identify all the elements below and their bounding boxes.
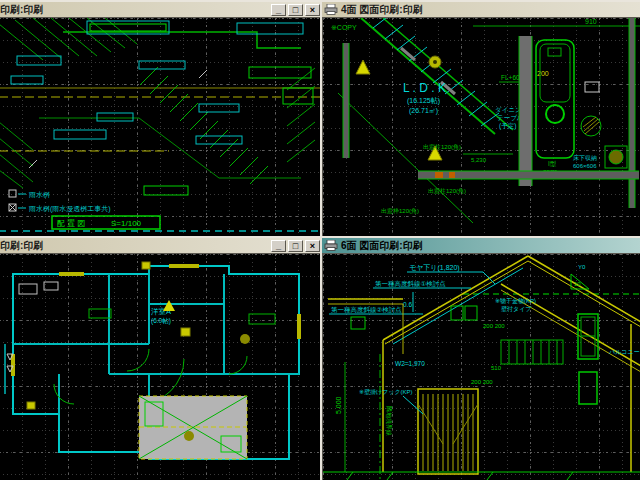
room-size: (6.0帖) (151, 317, 171, 325)
hook-note: ※壁掛けフック(KP) (359, 388, 413, 396)
site-plan-drawing: 雨水桝 雨水桝(雨水浸透桝工事共) 配 置 図 S=1/100 (0, 18, 322, 238)
monohoshi-note-2: 壁付タイプ (501, 305, 532, 313)
window-title: 印刷:印刷 (0, 239, 268, 253)
post-marker (435, 172, 443, 178)
dim-200-200: 200 200 (483, 323, 505, 329)
moya-note: モヤ下り(1,820) (409, 264, 460, 272)
drawing-canvas-siteplan[interactable]: 雨水桝 雨水桝(雨水浸透桝工事共) 配 置 図 S=1/100 (0, 17, 322, 238)
kitchen-wall (519, 36, 532, 186)
boundary-label: 隣地境界線 (385, 406, 393, 436)
bay-post-note: 出窓柱120(角) (423, 143, 461, 150)
dining-3: (予定) (499, 122, 516, 130)
dim-910: 910 (585, 18, 597, 25)
printer-icon (324, 240, 338, 251)
window-print-plan4[interactable]: 4面 図面印刷:印刷 ※COPY 910 (320, 0, 640, 240)
minimize-button[interactable]: _ (271, 4, 286, 16)
post-marker (449, 172, 455, 178)
svg-text:Y0: Y0 (578, 264, 586, 270)
balcony-note: バルコニー (608, 349, 640, 355)
close-button[interactable]: × (305, 240, 320, 252)
window-print-elevation6[interactable]: 6面 図面印刷:印刷 (320, 236, 640, 480)
wall-left (343, 43, 349, 158)
drawing-scale: S=1/100 (111, 219, 142, 228)
balcony (139, 396, 247, 459)
titlebar[interactable]: 4面 図面印刷:印刷 (322, 2, 640, 17)
minimize-button[interactable]: _ (271, 240, 286, 252)
dim-5230: 5,230 (471, 157, 487, 163)
shasen-note-2: 第一種高度斜線②検討点 (331, 306, 402, 314)
plan2f-drawing: 洋室A (6.0帖) (0, 254, 322, 480)
drawing-canvas-plan4[interactable]: ※COPY 910 (322, 17, 640, 238)
room-tatami: (16.125帖) (407, 97, 440, 105)
room-label: L . D . K (403, 81, 446, 95)
maximize-button[interactable]: □ (288, 4, 303, 16)
drawing-canvas-plan2f[interactable]: 洋室A (6.0帖) (0, 253, 322, 480)
monohoshi-note-1: ※物干金物(KP) (495, 297, 536, 305)
fixture-circle (609, 150, 623, 164)
window-print-siteplan[interactable]: 印刷:印刷 _ □ × (0, 0, 324, 240)
titlebar[interactable]: 6面 図面印刷:印刷 (322, 238, 640, 253)
close-button[interactable]: × (305, 4, 320, 16)
window-title: 6面 図面印刷:印刷 (341, 239, 640, 253)
legend-item-1: 雨水桝 (29, 191, 50, 198)
svg-text:10: 10 (574, 281, 581, 287)
storage-label: 床下収納 (573, 154, 597, 161)
w2-dim: W2=1,970 (395, 360, 425, 367)
titlebar[interactable]: 印刷:印刷 _ □ × (0, 238, 322, 253)
copy-note: ※COPY (331, 24, 357, 31)
drawing-title: 配 置 図 (57, 219, 85, 228)
dim-5000: 5,000 (335, 396, 342, 414)
printer-icon (324, 4, 338, 15)
window-title: 印刷:印刷 (0, 3, 268, 17)
mdi-desktop: 印刷:印刷 _ □ × (0, 0, 640, 480)
kitchen-type: I型 (548, 160, 557, 167)
maximize-button[interactable]: □ (288, 240, 303, 252)
dim-200-200: 200 200 (471, 379, 493, 385)
drawing-canvas-elevation6[interactable]: モヤ下り(1,820) 第一種高度斜線①検討点 第一種高度斜線②検討点 0.6 … (322, 253, 640, 480)
dim-200: 200 (537, 70, 549, 77)
dim-510: 510 (491, 365, 502, 371)
legend-item-2: 雨水桝(雨水浸透桝工事共) (29, 205, 111, 213)
marker-knob-center (433, 60, 437, 64)
ratio-note: 0.6 (403, 301, 412, 308)
room-area: (26.71㎡) (409, 107, 438, 115)
bay-post-note: 出窓柱120(角) (428, 187, 466, 194)
storage-size: 606×606 (573, 163, 597, 169)
window-title: 4面 図面印刷:印刷 (341, 3, 640, 17)
bay-frame-note: 出窓枠120(角) (381, 207, 419, 214)
plan4-drawing: ※COPY 910 (323, 18, 640, 238)
elevation6-drawing: モヤ下り(1,820) 第一種高度斜線①検討点 第一種高度斜線②検討点 0.6 … (323, 254, 640, 480)
titlebar[interactable]: 印刷:印刷 _ □ × (0, 2, 322, 17)
window-print-plan2f[interactable]: 印刷:印刷 _ □ × (0, 236, 324, 480)
shasen-note-1: 第一種高度斜線①検討点 (375, 280, 446, 288)
